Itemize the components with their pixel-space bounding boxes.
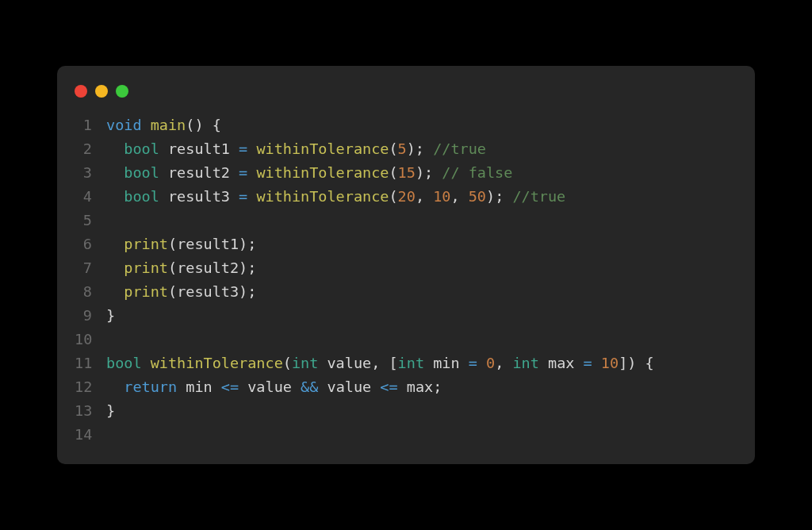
token-num: 0 [486, 355, 495, 371]
line-number: 6 [75, 232, 106, 256]
token-comment: // false [442, 164, 512, 181]
token-punct [592, 355, 601, 371]
token-type: bool [106, 355, 142, 371]
line-number: 12 [75, 375, 106, 399]
token-punct [239, 378, 247, 395]
code-line[interactable]: 4 bool result3 = withinTolerance(20, 10,… [75, 185, 737, 209]
token-brace: { [645, 355, 654, 371]
token-punct: ; [433, 378, 442, 395]
window-titlebar [57, 82, 755, 113]
line-number: 2 [75, 137, 106, 161]
code-line[interactable]: 6 print(result1); [75, 232, 737, 256]
line-content: bool withinTolerance(int value, [int min… [106, 351, 654, 375]
token-punct [247, 140, 256, 157]
line-content: } [106, 399, 115, 423]
token-num: 10 [433, 188, 450, 205]
token-ident: result1 [177, 236, 239, 252]
code-line[interactable]: 1void main() { [75, 113, 737, 137]
code-line[interactable]: 7 print(result2); [75, 256, 737, 280]
token-ident: result3 [168, 188, 230, 205]
maximize-icon[interactable] [116, 85, 128, 98]
token-punct: ( [283, 355, 292, 371]
token-op: = [469, 355, 477, 371]
token-punct: ); [239, 236, 256, 252]
token-ident: result2 [177, 259, 239, 276]
token-punct [159, 188, 168, 205]
close-icon[interactable] [75, 85, 87, 98]
token-ident: min [186, 378, 212, 395]
line-number: 9 [75, 304, 106, 328]
token-brace: } [106, 402, 115, 419]
token-type: bool [124, 164, 159, 181]
token-punct: ( [389, 164, 397, 181]
token-punct [424, 355, 433, 371]
line-number: 3 [75, 161, 106, 185]
code-area[interactable]: 1void main() {2 bool result1 = withinTol… [57, 113, 755, 447]
token-op: <= [380, 378, 397, 395]
token-punct: , [416, 188, 433, 205]
token-func: main [151, 117, 186, 133]
code-line[interactable]: 3 bool result2 = withinTolerance(15); //… [75, 161, 737, 185]
token-ident: max [548, 355, 574, 371]
token-func: withinTolerance [151, 355, 283, 371]
token-punct: ( [389, 188, 397, 205]
token-punct: ( [389, 140, 397, 157]
token-punct [106, 236, 124, 252]
token-func: withinTolerance [256, 188, 389, 205]
token-punct [106, 188, 124, 205]
line-number: 8 [75, 280, 106, 304]
token-punct [177, 378, 186, 395]
token-op: <= [221, 378, 239, 395]
line-number: 14 [75, 423, 106, 447]
code-line[interactable]: 10 [75, 328, 737, 351]
token-func: print [124, 236, 168, 252]
code-line[interactable]: 12 return min <= value && value <= max; [75, 375, 737, 399]
token-ident: value [247, 378, 292, 395]
token-ident: value [327, 378, 372, 395]
token-punct [230, 164, 239, 181]
token-punct: () [186, 117, 212, 133]
token-punct [398, 378, 407, 395]
token-comment: //true [433, 140, 486, 157]
code-line[interactable]: 8 print(result3); [75, 280, 737, 304]
token-punct: ); [239, 259, 256, 276]
token-punct [230, 140, 239, 157]
token-type: bool [124, 140, 159, 157]
line-content: bool result2 = withinTolerance(15); // f… [106, 161, 512, 185]
token-punct [106, 164, 124, 181]
token-punct [106, 378, 124, 395]
code-line[interactable]: 2 bool result1 = withinTolerance(5); //t… [75, 137, 737, 161]
token-type: int [292, 355, 318, 371]
token-ident: min [433, 355, 459, 371]
token-num: 5 [398, 140, 407, 157]
token-punct: ); [486, 188, 512, 205]
token-op: = [239, 188, 247, 205]
code-editor-window: 1void main() {2 bool result1 = withinTol… [57, 66, 755, 464]
code-line[interactable]: 13} [75, 399, 737, 423]
token-ident: result2 [168, 164, 230, 181]
code-line[interactable]: 14 [75, 423, 737, 447]
token-punct [230, 188, 239, 205]
line-content: void main() { [106, 113, 221, 137]
token-punct [477, 355, 486, 371]
token-punct: ( [168, 283, 177, 300]
token-punct [142, 355, 151, 371]
token-punct: ); [239, 283, 256, 300]
line-number: 4 [75, 185, 106, 209]
minimize-icon[interactable] [95, 85, 108, 98]
token-punct [213, 378, 221, 395]
token-op: && [301, 378, 318, 395]
line-content: print(result2); [106, 256, 256, 280]
token-punct [106, 283, 124, 300]
code-line[interactable]: 11bool withinTolerance(int value, [int m… [75, 351, 737, 375]
code-line[interactable]: 9} [75, 304, 737, 328]
token-num: 20 [398, 188, 416, 205]
token-type: int [398, 355, 424, 371]
token-keyword: return [124, 378, 177, 395]
line-number: 13 [75, 399, 106, 423]
token-type: int [512, 355, 538, 371]
token-func: print [124, 259, 168, 276]
line-number: 11 [75, 351, 106, 375]
code-line[interactable]: 5 [75, 209, 737, 232]
token-punct [460, 355, 469, 371]
